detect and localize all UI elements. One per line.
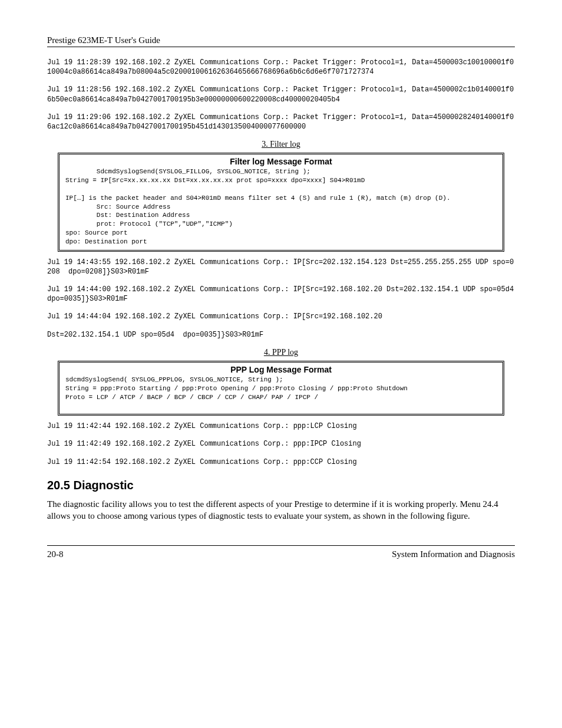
ppp-log-entry-1: Jul 19 11:42:44 192.168.102.2 ZyXEL Comm… bbox=[47, 421, 515, 431]
ppp-log-box: PPP Log Message Format sdcmdSyslogSend( … bbox=[58, 361, 504, 416]
filter-log-entry-1: Jul 19 14:43:55 192.168.102.2 ZyXEL Comm… bbox=[47, 258, 515, 276]
footer-chapter-title: System Information and Diagnosis bbox=[392, 549, 515, 559]
section-4-label: 4. PPP log bbox=[47, 348, 515, 357]
packet-log-2: Jul 19 11:28:56 192.168.102.2 ZyXEL Comm… bbox=[47, 85, 515, 104]
filter-log-entry-3: Jul 19 14:44:04 192.168.102.2 ZyXEL Comm… bbox=[47, 312, 515, 321]
section-heading-diagnostic: 20.5 Diagnostic bbox=[47, 479, 515, 492]
footer-page-number: 20-8 bbox=[47, 549, 64, 559]
section-3-label: 3. Filter log bbox=[47, 140, 515, 149]
diagnostic-body-text: The diagnostic facility allows you to te… bbox=[47, 498, 515, 522]
filter-log-box-title: Filter log Message Format bbox=[59, 154, 503, 167]
filter-log-box-body: SdcmdSyslogSend(SYSLOG_FILLOG, SYSLOG_NO… bbox=[59, 167, 503, 250]
page-header: Prestige 623ME-T User's Guide bbox=[47, 35, 515, 47]
ppp-log-entry-2: Jul 19 11:42:49 192.168.102.2 ZyXEL Comm… bbox=[47, 439, 515, 449]
packet-log-1: Jul 19 11:28:39 192.168.102.2 ZyXEL Comm… bbox=[47, 58, 515, 77]
filter-log-entry-2: Jul 19 14:44:00 192.168.102.2 ZyXEL Comm… bbox=[47, 285, 515, 304]
filter-log-entry-4: Dst=202.132.154.1 UDP spo=05d4 dpo=0035]… bbox=[47, 330, 515, 340]
ppp-log-box-body: sdcmdSyslogSend( SYSLOG_PPPLOG, SYSLOG_N… bbox=[59, 375, 503, 414]
ppp-log-box-title: PPP Log Message Format bbox=[59, 363, 503, 375]
ppp-log-entry-3: Jul 19 11:42:54 192.168.102.2 ZyXEL Comm… bbox=[47, 457, 515, 467]
filter-log-box: Filter log Message Format SdcmdSyslogSen… bbox=[58, 153, 504, 252]
packet-log-3: Jul 19 11:29:06 192.168.102.2 ZyXEL Comm… bbox=[47, 113, 515, 131]
page-footer: 20-8 System Information and Diagnosis bbox=[47, 545, 515, 559]
